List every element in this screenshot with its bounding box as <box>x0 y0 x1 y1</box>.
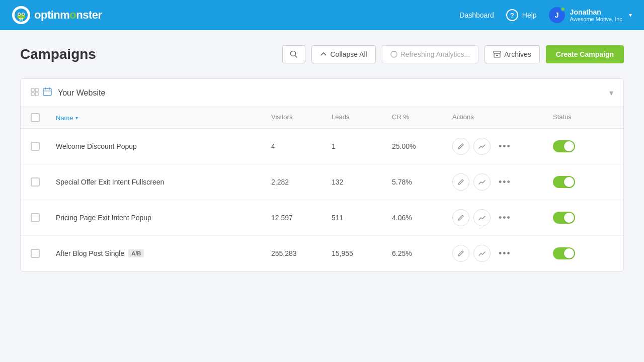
row-checkbox[interactable] <box>31 249 56 258</box>
actions-cell: ••• <box>452 173 553 191</box>
svg-rect-15 <box>31 93 34 96</box>
logo-text: optinmonster <box>34 9 102 22</box>
user-company: Awesome Motive, Inc. <box>570 16 624 22</box>
visitors-value: 4 <box>271 142 332 150</box>
actions-cell: ••• <box>452 209 553 226</box>
column-leads: Leads <box>332 113 392 122</box>
analytics-button[interactable] <box>473 138 491 155</box>
visitors-value: 12,597 <box>271 214 332 222</box>
cr-value: 6.25% <box>392 249 452 257</box>
campaign-name: Pricing Page Exit Intent Popup <box>56 214 271 222</box>
svg-rect-10 <box>494 51 501 53</box>
table-row: Pricing Page Exit Intent Popup 12,597 51… <box>21 200 623 236</box>
page-header: Campaigns Collapse All Refreshing Analyt… <box>20 45 624 63</box>
actions-cell: ••• <box>452 138 553 155</box>
status-toggle[interactable] <box>553 176 613 188</box>
logo-icon <box>12 6 30 24</box>
actions-cell: ••• <box>452 245 553 262</box>
website-name: Your Website <box>58 88 609 98</box>
website-collapse-chevron[interactable]: ▾ <box>609 88 613 98</box>
main-content: Campaigns Collapse All Refreshing Analyt… <box>0 30 644 287</box>
archives-button[interactable]: Archives <box>485 45 540 63</box>
campaign-container: Your Website ▾ Name ▾ Visitors Leads CR … <box>20 78 624 272</box>
edit-button[interactable] <box>452 245 469 262</box>
more-options-button[interactable]: ••• <box>495 139 515 154</box>
svg-rect-6 <box>20 19 21 21</box>
row-checkbox[interactable] <box>31 177 56 187</box>
create-campaign-button[interactable]: Create Campaign <box>546 45 624 63</box>
edit-button[interactable] <box>452 209 469 226</box>
row-checkbox[interactable] <box>31 142 56 151</box>
leads-value: 132 <box>332 178 392 186</box>
collapse-all-button[interactable]: Collapse All <box>311 45 375 63</box>
cr-value: 4.06% <box>392 214 452 222</box>
campaign-name: Special Offer Exit Intent Fullscreen <box>56 178 271 186</box>
cr-value: 25.00% <box>392 142 452 150</box>
refresh-spinner-icon <box>390 51 397 58</box>
leads-value: 1 <box>332 142 392 150</box>
table-row: Special Offer Exit Intent Fullscreen 2,2… <box>21 164 623 200</box>
analytics-button[interactable] <box>473 173 491 191</box>
svg-point-4 <box>19 14 20 15</box>
analytics-button[interactable] <box>473 245 491 262</box>
ab-badge: A/B <box>128 249 144 257</box>
collapse-all-label: Collapse All <box>330 50 367 58</box>
dashboard-link[interactable]: Dashboard <box>459 11 494 19</box>
status-toggle[interactable] <box>553 247 613 259</box>
column-status: Status <box>553 113 613 122</box>
table-body: Welcome Discount Popup 4 1 25.00% ••• <box>21 129 623 271</box>
table-header: Name ▾ Visitors Leads CR % Actions Statu… <box>21 107 623 129</box>
svg-rect-16 <box>35 93 38 96</box>
website-header: Your Website ▾ <box>21 79 623 107</box>
svg-point-5 <box>23 14 24 15</box>
more-options-button[interactable]: ••• <box>495 211 515 225</box>
user-info: Jonathan Awesome Motive, Inc. <box>570 8 624 22</box>
logo[interactable]: optinmonster <box>12 6 102 24</box>
svg-rect-13 <box>31 88 34 92</box>
header-nav: Dashboard ? Help J Jonathan Awesome Moti… <box>459 7 632 23</box>
svg-rect-17 <box>43 88 51 96</box>
edit-button[interactable] <box>452 173 469 191</box>
online-status-dot <box>560 7 566 12</box>
column-name[interactable]: Name ▾ <box>56 113 271 122</box>
column-visitors: Visitors <box>271 113 332 122</box>
table-row: After Blog Post Single A/B 255,283 15,95… <box>21 236 623 271</box>
select-all-checkbox[interactable] <box>31 113 56 122</box>
help-link[interactable]: Help <box>522 11 537 19</box>
user-dropdown-chevron: ▾ <box>629 12 632 19</box>
visitors-value: 2,282 <box>271 178 332 186</box>
page-title: Campaigns <box>20 46 96 62</box>
column-actions: Actions <box>452 113 553 122</box>
refreshing-label: Refreshing Analytics... <box>400 50 470 58</box>
table-row: Welcome Discount Popup 4 1 25.00% ••• <box>21 129 623 164</box>
svg-rect-14 <box>35 88 38 92</box>
cr-value: 5.78% <box>392 178 452 186</box>
analytics-button[interactable] <box>473 209 491 226</box>
column-cr: CR % <box>392 113 452 122</box>
archives-label: Archives <box>504 50 531 58</box>
main-header: optinmonster Dashboard ? Help J Jonathan… <box>0 0 644 30</box>
search-button[interactable] <box>282 45 305 63</box>
user-name: Jonathan <box>570 8 624 16</box>
visitors-value: 255,283 <box>271 249 332 257</box>
edit-button[interactable] <box>452 138 469 155</box>
leads-value: 511 <box>332 214 392 222</box>
more-options-button[interactable]: ••• <box>495 246 515 261</box>
avatar: J <box>549 7 565 23</box>
create-campaign-label: Create Campaign <box>556 50 614 58</box>
calendar-icon <box>43 87 52 99</box>
svg-line-9 <box>295 56 297 58</box>
svg-rect-7 <box>22 19 23 21</box>
refreshing-analytics-button[interactable]: Refreshing Analytics... <box>382 45 479 63</box>
leads-value: 15,955 <box>332 249 392 257</box>
row-checkbox[interactable] <box>31 213 56 222</box>
campaign-name: After Blog Post Single A/B <box>56 249 271 257</box>
status-toggle[interactable] <box>553 212 613 224</box>
user-section[interactable]: J Jonathan Awesome Motive, Inc. ▾ <box>549 7 632 23</box>
sort-arrow-icon: ▾ <box>75 115 78 121</box>
campaign-name: Welcome Discount Popup <box>56 142 271 150</box>
status-toggle[interactable] <box>553 140 613 152</box>
help-icon: ? <box>506 9 518 21</box>
grid-icon <box>31 88 39 98</box>
more-options-button[interactable]: ••• <box>495 175 515 190</box>
